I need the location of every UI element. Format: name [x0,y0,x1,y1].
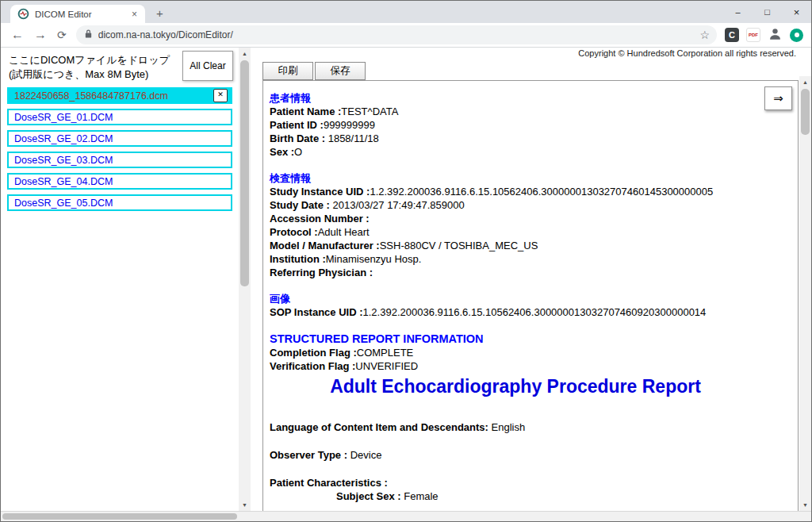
report-field: Patient Name :TEST^DATA [270,105,761,118]
url-text: dicom.na-na.tokyo/DicomEditor/ [98,29,700,40]
toggle-panel-button[interactable]: ⇒ [764,86,792,110]
file-name: DoseSR_GE_04.DCM [14,176,113,187]
report-field: Referring Physician : [270,266,761,279]
remove-file-icon[interactable]: ✕ [213,89,228,102]
refresh-icon[interactable]: ⟳ [57,29,67,40]
report-field: Language of Content Item and Descendants… [270,420,761,434]
address-bar[interactable]: dicom.na-na.tokyo/DicomEditor/ ☆ [76,25,717,44]
browser-window: DICOM Editor × + – □ × ← → ⟳ dicom.na-na… [0,0,812,522]
lock-icon [84,28,93,42]
copyright-text: Copyright © Hundredsoft Corporation all … [251,48,799,59]
report-viewer: ⇒ 患者情報 Patient Name :TEST^DATA Patient I… [262,80,799,515]
report-field: Study Date : 2013/03/27 17:49:47.859000 [270,198,761,212]
file-drop-sidebar[interactable]: ここにDICOMファイルをドロップ (試用版につき、Max 8M Byte) A… [1,48,239,511]
back-icon[interactable]: ← [11,29,24,41]
scroll-up-icon[interactable]: ▲ [239,48,251,59]
save-button[interactable]: 保存 [315,62,366,80]
bookmark-star-icon[interactable]: ☆ [699,29,710,41]
action-tabs: 印刷 保存 [262,62,799,80]
all-clear-button[interactable]: All Clear [182,51,233,81]
scrollbar-thumb[interactable] [2,513,237,520]
green-extension-dot [795,33,799,37]
tab-close-icon[interactable]: × [128,9,140,20]
report-field: Accession Number : [270,212,761,225]
c-extension-icon[interactable]: C [725,28,739,42]
browser-toolbar: ← → ⟳ dicom.na-na.tokyo/DicomEditor/ ☆ C… [1,23,811,48]
report-field: SOP Instance UID :1.2.392.200036.9116.6.… [270,305,761,319]
file-item-selected[interactable]: 1822450658_1586484787176.dcm ✕ [7,87,232,104]
tab-title: DICOM Editor [35,10,128,19]
browser-tab[interactable]: DICOM Editor × [10,5,145,23]
file-name: 1822450658_1586484787176.dcm [14,90,168,102]
scrollbar-thumb[interactable] [801,89,810,135]
scrollbar-thumb[interactable] [240,60,249,286]
report-field: Study Instance UID :1.2.392.200036.9116.… [270,185,761,198]
main-panel: Copyright © Hundredsoft Corporation all … [251,48,799,511]
report-field: Completion Flag :COMPLETE [270,346,761,359]
tab-favicon-icon [17,8,29,20]
section-title-image: 画像 [270,292,761,305]
report-field: Observer Type : Device [270,448,761,462]
file-name: DoseSR_GE_01.DCM [14,112,113,123]
file-item[interactable]: DoseSR_GE_02.DCM [7,130,232,147]
green-extension-icon[interactable] [790,29,803,42]
minimize-button[interactable]: – [723,1,753,23]
section-title-patient: 患者情報 [270,91,761,105]
file-item[interactable]: DoseSR_GE_01.DCM [7,109,232,125]
file-item[interactable]: DoseSR_GE_03.DCM [7,152,232,168]
report-field: Model / Manufacturer :SSH-880CV / TOSHIB… [270,239,761,252]
print-button[interactable]: 印刷 [262,62,313,80]
scroll-down-icon[interactable]: ▼ [799,499,811,511]
window-close-button[interactable]: × [782,1,811,23]
section-title-study: 検査情報 [270,171,761,185]
pdf-extension-icon[interactable]: PDF [746,28,760,42]
report-field: Verification Flag :UNVERIFIED [270,359,761,373]
profile-icon[interactable] [768,26,783,44]
page-content: ここにDICOMファイルをドロップ (試用版につき、Max 8M Byte) A… [1,48,811,511]
report-field: Patient ID :999999999 [270,118,761,132]
file-name: DoseSR_GE_02.DCM [14,133,113,144]
window-controls: – □ × [723,1,811,23]
scroll-up-icon[interactable]: ▲ [799,76,811,88]
sidebar-scrollbar[interactable]: ▲ ▼ [239,48,251,511]
file-name: DoseSR_GE_05.DCM [14,198,113,209]
horizontal-scrollbar[interactable] [1,511,811,521]
report-field: Subject Sex : Female [270,489,761,503]
tab-strip: DICOM Editor × + – □ × [1,1,811,23]
new-tab-button[interactable]: + [152,6,167,21]
extension-area: C PDF [725,26,803,44]
report-field: Institution :Minamisenzyu Hosp. [270,252,761,266]
report-title: Adult Echocardiography Procedure Report [270,374,761,398]
file-item[interactable]: DoseSR_GE_04.DCM [7,173,232,190]
report-field: Birth Date : 1858/11/18 [270,132,761,145]
file-list: 1822450658_1586484787176.dcm ✕ DoseSR_GE… [7,87,232,211]
report-field: Patient Characteristics : [270,476,761,489]
forward-icon[interactable]: → [34,29,47,41]
report-scrollbar[interactable]: ▲ ▼ [799,76,811,511]
maximize-button[interactable]: □ [753,1,782,23]
scroll-down-icon[interactable]: ▼ [239,499,251,511]
file-item[interactable]: DoseSR_GE_05.DCM [7,194,232,211]
report-field: Sex :O [270,145,761,159]
file-name: DoseSR_GE_03.DCM [14,155,113,166]
report-field: Protocol :Adult Heart [270,225,761,239]
section-title-structured-report: STRUCTURED REPORT INFORMATION [270,332,761,346]
report-content: 患者情報 Patient Name :TEST^DATA Patient ID … [263,81,798,503]
